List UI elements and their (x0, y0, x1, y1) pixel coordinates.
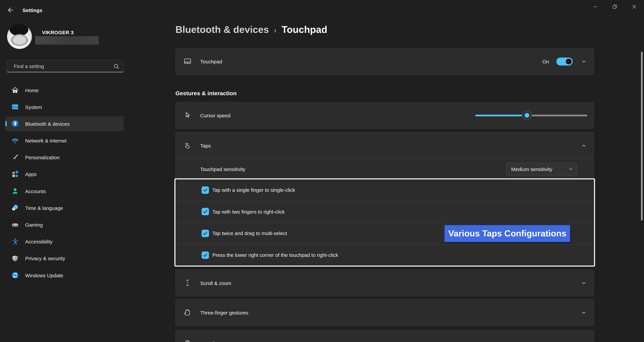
sidebar-item-accounts[interactable]: Accounts (5, 184, 124, 198)
sidebar-nav: Home System Bluetooth & devices Network … (5, 83, 124, 283)
slider-fill (475, 114, 527, 116)
sidebar-item-accessibility[interactable]: Accessibility (5, 234, 124, 249)
checkbox-checked[interactable] (202, 251, 209, 259)
four-finger-gestures-row[interactable]: Four-finger gestures (176, 330, 594, 342)
check-icon (202, 188, 208, 193)
scrollbar-thumb[interactable] (641, 52, 643, 220)
sidebar-item-label: Bluetooth & devices (25, 121, 70, 127)
three-finger-label: Three-finger gestures (200, 310, 248, 315)
sidebar-item-gaming[interactable]: Gaming (5, 218, 124, 232)
page-title: Touchpad (282, 24, 327, 35)
check-icon (202, 231, 208, 236)
search-icon (113, 63, 120, 70)
cursor-speed-row: Cursor speed (176, 102, 594, 129)
window-controls (586, 0, 644, 14)
slider-thumb[interactable] (522, 110, 532, 120)
chevron-up-icon (581, 143, 586, 148)
breadcrumb-separator: › (274, 25, 276, 35)
tap-option-row: Press the lower right corner of the touc… (176, 244, 594, 266)
redacted-email-blur (35, 36, 98, 44)
sidebar-item-label: Accessibility (25, 239, 52, 244)
accessibility-icon (11, 238, 19, 246)
home-icon (11, 86, 19, 94)
three-finger-gestures-row[interactable]: Three-finger gestures (176, 299, 594, 326)
sidebar-item-label: Gaming (25, 222, 43, 228)
slider-thumb-dot (524, 112, 530, 119)
hand-gesture-icon (184, 308, 192, 316)
sidebar-item-label: Personalization (25, 155, 60, 160)
sidebar-item-privacy-security[interactable]: Privacy & security (5, 251, 124, 266)
sensitivity-value: Medium sensitivity (511, 166, 552, 172)
windows-update-icon (11, 271, 19, 279)
back-button[interactable] (4, 4, 17, 16)
close-button[interactable] (624, 0, 644, 14)
checkbox-checked[interactable] (202, 230, 209, 237)
apps-icon (11, 170, 19, 178)
taps-expander: Taps Touchpad sensitivity Medium sensiti… (176, 132, 594, 266)
sidebar-item-system[interactable]: System (5, 100, 124, 114)
globe-clock-icon (11, 204, 19, 212)
touchpad-sensitivity-row: Touchpad sensitivity Medium sensitivity (176, 159, 594, 179)
sidebar-item-network-internet[interactable]: Network & internet (5, 133, 124, 148)
sidebar-item-label: Time & language (25, 205, 63, 211)
tap-option-label: Tap twice and drag to multi-select (212, 230, 287, 236)
person-icon (11, 187, 19, 195)
sidebar-item-time-language[interactable]: Time & language (5, 201, 124, 216)
taps-label: Taps (200, 143, 211, 148)
sidebar-item-apps[interactable]: Apps (5, 167, 124, 182)
chevron-down-icon (581, 310, 586, 315)
system-icon (11, 103, 19, 111)
back-arrow-icon (7, 6, 14, 14)
tap-gesture-icon (184, 142, 192, 150)
avatar (7, 24, 32, 49)
scroll-zoom-icon (184, 279, 192, 287)
check-icon (202, 209, 208, 214)
close-icon (631, 4, 637, 10)
sensitivity-dropdown[interactable]: Medium sensitivity (506, 162, 577, 176)
wifi-icon (11, 137, 19, 145)
shield-icon (11, 254, 19, 262)
chevron-down-icon (581, 59, 586, 64)
checkbox-checked[interactable] (202, 186, 209, 194)
sidebar-item-label: Apps (25, 172, 36, 177)
settings-window: Settings VIKROGER 3 (0, 0, 644, 342)
sensitivity-label: Touchpad sensitivity (200, 166, 245, 172)
touchpad-toggle-row[interactable]: Touchpad On (176, 48, 594, 75)
minimize-button[interactable] (586, 0, 605, 14)
sidebar-item-personalization[interactable]: Personalization (5, 150, 124, 165)
sidebar-item-windows-update[interactable]: Windows Update (5, 268, 124, 283)
checkbox-checked[interactable] (202, 208, 209, 216)
cursor-speed-label: Cursor speed (200, 112, 230, 118)
check-icon (202, 252, 208, 258)
tap-option-label: Press the lower right corner of the touc… (212, 252, 338, 258)
hand-gesture-icon (184, 339, 192, 342)
restore-button[interactable] (605, 0, 624, 14)
sidebar-item-bluetooth-devices[interactable]: Bluetooth & devices (5, 116, 124, 131)
breadcrumb-parent[interactable]: Bluetooth & devices (176, 24, 269, 35)
chevron-down-icon (581, 341, 586, 342)
scroll-zoom-label: Scroll & zoom (200, 280, 231, 286)
sidebar-item-home[interactable]: Home (5, 83, 124, 98)
tap-option-label: Tap with two fingers to right-click (212, 209, 285, 214)
breadcrumb: Bluetooth & devices › Touchpad (176, 24, 327, 35)
search-input[interactable] (7, 60, 124, 72)
cursor-icon (184, 111, 192, 119)
user-name: VIKROGER 3 (42, 30, 74, 35)
annotation-label: Various Taps Configurations (444, 225, 570, 242)
search-box[interactable] (7, 60, 124, 72)
touchpad-icon (184, 57, 192, 66)
sidebar-item-label: Privacy & security (25, 256, 65, 261)
sidebar-item-label: Network & internet (25, 138, 66, 144)
tap-option-label: Tap with a single finger to single-click (212, 187, 295, 193)
chevron-down-icon (568, 167, 573, 171)
tap-option-row: Tap with two fingers to right-click (176, 201, 594, 222)
cursor-speed-slider[interactable] (475, 110, 587, 120)
minimize-icon (592, 4, 598, 10)
touchpad-toggle[interactable] (556, 57, 573, 66)
section-header: Gestures & interaction (176, 90, 237, 97)
paintbrush-icon (11, 154, 19, 162)
taps-header-row[interactable]: Taps (176, 132, 594, 159)
bluetooth-icon (11, 120, 19, 128)
scroll-zoom-row[interactable]: Scroll & zoom (176, 270, 594, 296)
chevron-down-icon (581, 280, 586, 286)
